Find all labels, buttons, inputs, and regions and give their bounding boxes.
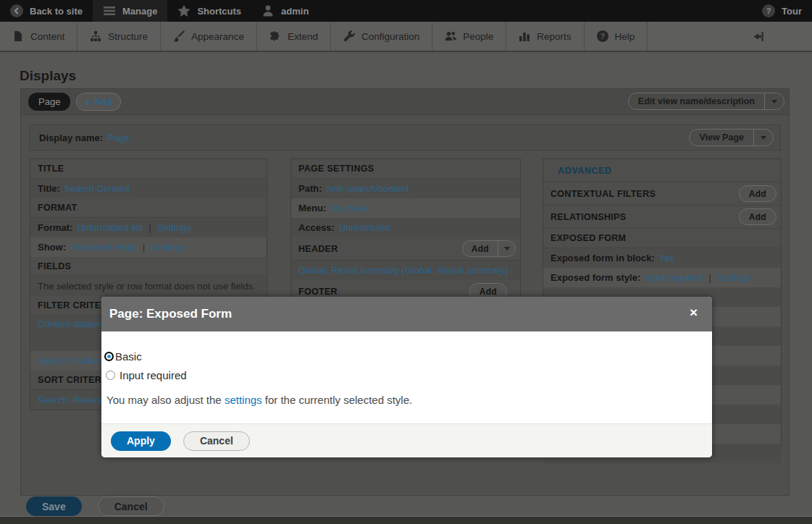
- menu-label: Content: [30, 31, 64, 42]
- svg-text:?: ?: [600, 32, 604, 41]
- menu-item-people[interactable]: People: [432, 22, 506, 51]
- tour-label: Tour: [782, 6, 802, 17]
- add-display-label: Add: [94, 96, 112, 107]
- menu-label: Help: [615, 31, 635, 42]
- exposed-form-dialog: Page: Exposed Form × Basic Input require…: [101, 297, 712, 457]
- edit-view-name-dropdown[interactable]: [764, 93, 784, 109]
- divider: |: [709, 272, 711, 283]
- title-value-link[interactable]: Search Content: [64, 183, 130, 194]
- exposed-form-heading: EXPOSED FORM: [543, 229, 781, 248]
- brush-icon: [173, 30, 185, 42]
- back-to-site-button[interactable]: Back to site: [0, 0, 93, 22]
- show-value-link[interactable]: Rendered entity: [70, 242, 137, 253]
- exposed-block-label: Exposed form in block:: [551, 253, 655, 263]
- save-button[interactable]: Save: [26, 496, 82, 516]
- show-label: Show:: [38, 242, 66, 253]
- header-add-button[interactable]: Add: [463, 241, 498, 256]
- dialog-titlebar[interactable]: Page: Exposed Form ×: [101, 297, 712, 331]
- view-page-split-button: View Page: [689, 129, 774, 146]
- show-settings-link[interactable]: Settings: [151, 242, 185, 253]
- menu-label: People: [463, 31, 493, 42]
- exposed-block-value-link[interactable]: Yes: [659, 253, 674, 263]
- format-settings-link[interactable]: Settings: [157, 222, 191, 233]
- menu-label: Extend: [288, 31, 318, 42]
- apply-button[interactable]: Apply: [111, 431, 171, 451]
- back-arrow-circle-icon: [10, 4, 23, 17]
- fields-note-row: The selected style or row format does no…: [30, 276, 267, 296]
- note-suffix: for the currently selected style.: [262, 394, 413, 406]
- menu-item-help[interactable]: ? Help: [585, 22, 648, 51]
- shortcuts-button[interactable]: Shortcuts: [167, 0, 251, 22]
- plus-icon: +: [85, 96, 91, 108]
- file-icon: [12, 30, 24, 42]
- toolbar-orientation-toggle-icon[interactable]: [752, 30, 764, 43]
- divider: |: [143, 242, 145, 253]
- tour-button[interactable]: ? Tour: [752, 0, 812, 22]
- menu-item-reports[interactable]: Reports: [506, 22, 584, 51]
- format-label: Format:: [38, 222, 72, 233]
- question-circle-icon: ?: [762, 4, 775, 17]
- page-title: Displays: [20, 68, 76, 84]
- exposed-style-value-link[interactable]: Input required: [645, 272, 703, 283]
- menu-item-appearance[interactable]: Appearance: [161, 22, 257, 51]
- exposed-style-label: Exposed form style:: [551, 272, 640, 283]
- result-summary-link[interactable]: Global: Result summary (Global: Result s…: [298, 265, 508, 276]
- manage-label: Manage: [122, 6, 157, 17]
- star-icon: [177, 4, 191, 17]
- shortcuts-label: Shortcuts: [197, 6, 241, 17]
- hamburger-icon: [103, 4, 116, 17]
- title-row: Title: Search Content: [30, 179, 267, 198]
- view-page-button[interactable]: View Page: [690, 130, 753, 145]
- chevron-down-icon: [771, 100, 777, 103]
- menu-item-extend[interactable]: Extend: [257, 22, 331, 51]
- path-label: Path:: [298, 183, 322, 194]
- close-icon[interactable]: ×: [690, 305, 698, 319]
- manage-menu-button[interactable]: Manage: [93, 0, 167, 22]
- menu-value-link[interactable]: No menu: [330, 203, 369, 214]
- exposed-style-settings-link[interactable]: Settings: [717, 272, 751, 283]
- access-label: Access:: [298, 222, 335, 233]
- bar-chart-icon: [519, 30, 530, 42]
- contextual-filters-add-button[interactable]: Add: [739, 185, 777, 202]
- edit-view-name-button[interactable]: Edit view name/description: [629, 93, 764, 109]
- header-result-summary-row: Global: Result summary (Global: Result s…: [291, 261, 520, 280]
- divider: |: [148, 222, 151, 233]
- menu-row: Menu: No menu: [291, 198, 520, 218]
- cancel-button[interactable]: Cancel: [98, 496, 164, 516]
- wrench-icon: [343, 30, 355, 42]
- relationships-add-button[interactable]: Add: [739, 208, 777, 225]
- viewport-bottom-strip: [0, 516, 812, 524]
- access-value-link[interactable]: Unrestricted: [339, 222, 390, 233]
- sitemap-icon: [90, 30, 101, 42]
- chevron-down-icon: [761, 136, 766, 140]
- header-add-dropdown[interactable]: [498, 241, 515, 256]
- add-display-button[interactable]: + Add: [76, 93, 121, 111]
- advanced-toggle-link[interactable]: ADVANCED: [558, 166, 612, 176]
- menu-item-content[interactable]: Content: [0, 22, 78, 51]
- settings-link[interactable]: settings: [225, 394, 262, 406]
- dialog-buttonpane: Apply Cancel: [101, 423, 712, 457]
- view-page-dropdown[interactable]: [753, 130, 773, 145]
- admin-user-button[interactable]: admin: [251, 0, 319, 22]
- show-row: Show: Rendered entity | Settings: [30, 237, 267, 257]
- radio-selected-icon[interactable]: [104, 352, 114, 361]
- exposed-form-block-row: Exposed form in block: Yes: [543, 248, 781, 268]
- admin-toolbar: Back to site Manage Shortcuts admin ? To: [0, 0, 812, 22]
- help-icon: ?: [597, 30, 608, 42]
- dialog-body: Basic Input required You may also adjust…: [101, 331, 712, 406]
- format-value-link[interactable]: Unformatted list: [77, 222, 143, 233]
- display-name-bar: Display name: Page View Page: [29, 124, 781, 151]
- option-input-required[interactable]: Input required: [104, 369, 705, 381]
- display-name-link[interactable]: Page: [107, 132, 129, 143]
- tab-page-display[interactable]: Page: [28, 93, 70, 111]
- radio-unselected-icon[interactable]: [106, 371, 115, 380]
- dialog-cancel-button[interactable]: Cancel: [183, 431, 250, 451]
- format-row: Format: Unformatted list | Settings: [30, 218, 267, 237]
- path-value-link[interactable]: /solr-search/content: [327, 183, 409, 194]
- title-label: Title:: [38, 183, 60, 194]
- menu-label: Structure: [108, 31, 148, 42]
- menu-item-configuration[interactable]: Configuration: [331, 22, 432, 51]
- display-tabs-strip: Page + Add Edit view name/description: [21, 89, 789, 115]
- menu-item-structure[interactable]: Structure: [78, 22, 161, 51]
- option-basic[interactable]: Basic: [104, 350, 705, 363]
